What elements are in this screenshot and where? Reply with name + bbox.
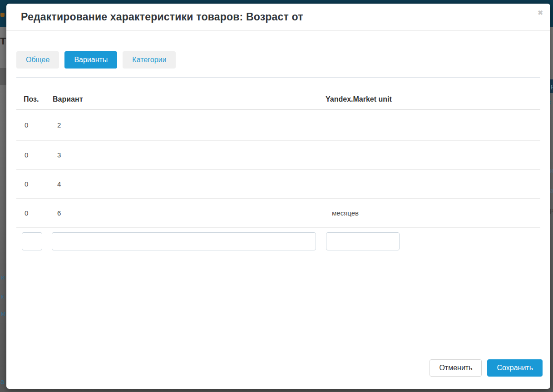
backdrop-fragment: м <box>1 310 5 317</box>
backdrop-fragment: а <box>550 187 553 194</box>
tab-bar: Общее Варианты Категории <box>16 51 540 69</box>
tab-variants[interactable]: Варианты <box>64 51 117 69</box>
column-header-position: Поз. <box>16 95 52 103</box>
backdrop-fragment: к <box>1 293 4 299</box>
variant-value: 6 <box>52 209 326 217</box>
variant-value: 4 <box>52 180 326 188</box>
column-header-unit: Yandex.Market unit <box>326 95 540 103</box>
backdrop-fragment: р <box>550 206 553 213</box>
backdrop-left-edge: Т и к м а <box>0 0 6 392</box>
table-row: 0 2 <box>16 110 540 141</box>
backdrop-fragment: а <box>0 378 4 385</box>
backdrop-fragment <box>0 68 6 85</box>
variant-value: 2 <box>52 121 326 129</box>
variants-table: Поз. Вариант Yandex.Market unit 0 2 0 3 … <box>16 77 540 255</box>
backdrop-fragment <box>0 13 5 17</box>
position-value: 0 <box>16 121 52 129</box>
unit-value: месяцев <box>326 209 540 217</box>
position-value: 0 <box>16 151 52 159</box>
backdrop-fragment: и <box>550 167 553 174</box>
table-row: 0 6 месяцев <box>16 199 540 228</box>
modal-header: Редактирование характеристики товаров: В… <box>6 4 550 31</box>
backdrop-fragment: и <box>1 274 5 280</box>
cancel-button[interactable]: Отменить <box>430 359 482 377</box>
modal-footer: Отменить Сохранить <box>6 346 550 389</box>
tab-general[interactable]: Общее <box>16 51 59 69</box>
edit-characteristic-modal: Редактирование характеристики товаров: В… <box>6 4 550 389</box>
new-variant-row <box>16 228 540 255</box>
save-button[interactable]: Сохранить <box>487 359 543 377</box>
table-row: 0 4 <box>16 170 540 199</box>
backdrop-fragment: Т <box>0 36 6 46</box>
variant-value: 3 <box>52 151 326 159</box>
tab-categories[interactable]: Категории <box>123 51 176 69</box>
column-header-variant: Вариант <box>52 95 326 103</box>
modal-title: Редактирование характеристики товаров: В… <box>21 11 303 23</box>
backdrop-fragment: × <box>550 99 551 106</box>
close-icon[interactable]: ✖ <box>538 10 543 16</box>
new-position-input[interactable] <box>22 232 42 250</box>
table-row: 0 3 <box>16 141 540 170</box>
position-value: 0 <box>16 209 52 217</box>
new-unit-input[interactable] <box>326 232 400 250</box>
backdrop-fragment: р <box>550 79 553 93</box>
modal-body: Общее Варианты Категории Поз. Вариант Ya… <box>6 31 550 346</box>
table-header-row: Поз. Вариант Yandex.Market unit <box>16 78 540 110</box>
backdrop-right-edge: р × и а р <box>550 0 553 392</box>
position-value: 0 <box>16 180 52 188</box>
new-variant-input[interactable] <box>52 232 316 250</box>
